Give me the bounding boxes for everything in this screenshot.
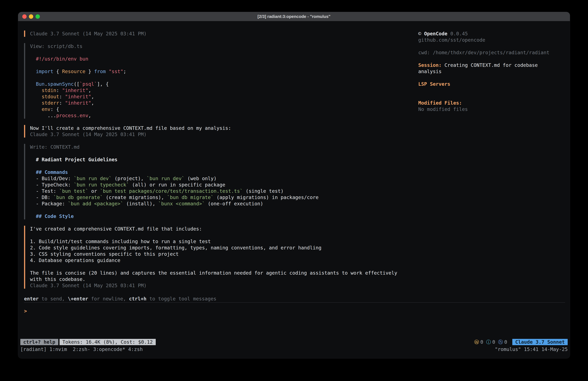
keybind-help: enter to send, \+enter for newline, ctrl… xyxy=(24,296,216,302)
text-line: I've created a comprehensive CONTEXT.md … xyxy=(30,226,410,232)
input-divider xyxy=(24,302,565,303)
prompt-symbol: > xyxy=(24,308,27,314)
diagnostic-hints: ⓗ 0 xyxy=(498,339,507,345)
lsp-diagnostics: Ⓦ 0 ⓘ 0 ⓗ 0 xyxy=(474,339,507,345)
text-line xyxy=(30,232,410,238)
text-line xyxy=(30,207,410,213)
text-line: LSP Servers xyxy=(418,81,555,87)
text-line: Claude 3.7 Sonnet (14 May 2025 03:41 PM) xyxy=(30,30,410,37)
minimize-button[interactable] xyxy=(29,14,33,19)
assistant-message: I've created a comprehensive CONTEXT.md … xyxy=(24,226,410,289)
text-line: cwd: /home/thdxr/dev/projects/radiant/ra… xyxy=(418,49,555,56)
diagnostic-warnings: Ⓦ 0 xyxy=(474,339,483,345)
text-line xyxy=(30,49,410,56)
text-line xyxy=(30,264,410,270)
text-line: ## Code Style xyxy=(30,213,410,219)
text-line: Session: Creating CONTEXT.md for codebas… xyxy=(418,62,555,75)
info-count: 0 xyxy=(492,339,495,345)
tmux-session-clock: "romulus" 15:41 14-May-25 xyxy=(495,346,568,352)
text-line: ## Commands xyxy=(30,169,410,175)
hint-count: 0 xyxy=(504,339,507,345)
assistant-message: Now I'll create a comprehensive CONTEXT.… xyxy=(24,125,410,137)
message-input[interactable]: > xyxy=(24,308,565,332)
chat-log[interactable]: Claude 3.7 Sonnet (14 May 2025 03:41 PM)… xyxy=(24,30,410,295)
text-line xyxy=(418,93,555,100)
close-button[interactable] xyxy=(22,14,27,19)
text-line: - Test: `bun test` or `bun test packages… xyxy=(30,188,410,194)
tokens-cost-chip: Tokens: 16.4K (8%), Cost: $0.12 xyxy=(60,339,156,345)
info-icon: ⓘ xyxy=(486,339,491,345)
text-line: - DB: `bun db generate` (create migratio… xyxy=(30,194,410,201)
text-line: 4. Database operations guidance xyxy=(30,257,410,264)
tmux-window-list[interactable]: [radiant] 1:nvim 2:zsh- 3:opencode* 4:zs… xyxy=(20,346,143,352)
text-line: #!/usr/bin/env bun xyxy=(30,56,410,62)
status-bar: ctrl+? help Tokens: 16.4K (8%), Cost: $0… xyxy=(20,339,568,345)
assistant-message: Claude 3.7 Sonnet (14 May 2025 03:41 PM) xyxy=(24,30,410,37)
text-line: - Package: `bun add <package>` (install)… xyxy=(30,201,410,207)
text-line: stdout: "inherit", xyxy=(30,93,410,100)
session-sidebar: © OpenCode 0.0.45github.com/sst/opencode… xyxy=(418,30,555,112)
text-line: with this codebase. xyxy=(30,276,410,282)
text-line xyxy=(418,43,555,49)
text-line xyxy=(418,56,555,62)
text-line: Modified Files: xyxy=(418,100,555,106)
tool-message: Write: CONTEXT.md # Radiant Project Guid… xyxy=(24,144,410,219)
text-line: stdin: "inherit", xyxy=(30,87,410,93)
text-line xyxy=(30,163,410,169)
text-line xyxy=(30,62,410,68)
zoom-button[interactable] xyxy=(36,14,40,19)
traffic-lights xyxy=(22,12,40,21)
text-line: No modified files xyxy=(418,106,555,112)
text-line: Now I'll create a comprehensive CONTEXT.… xyxy=(30,125,410,131)
text-line: ...process.env, xyxy=(30,112,410,119)
text-line: Bun.spawnSync([`psql`], { xyxy=(30,81,410,87)
text-line xyxy=(30,75,410,81)
text-line xyxy=(418,87,555,93)
text-line xyxy=(418,75,555,81)
tmux-statusline: [radiant] 1:nvim 2:zsh- 3:opencode* 4:zs… xyxy=(20,346,568,352)
text-line: github.com/sst/opencode xyxy=(418,37,555,43)
text-line: Write: CONTEXT.md xyxy=(30,144,410,150)
model-chip: Claude 3.7 Sonnet xyxy=(512,339,568,345)
window-title: [2/3] radiant:3:opencode - "romulus" xyxy=(257,14,331,19)
warning-icon: Ⓦ xyxy=(474,339,479,345)
opencode-tui: Claude 3.7 Sonnet (14 May 2025 03:41 PM)… xyxy=(18,21,570,359)
text-line: stderr: "inherit", xyxy=(30,100,410,106)
hint-icon: ⓗ xyxy=(498,339,503,345)
diagnostic-info: ⓘ 0 xyxy=(486,339,495,345)
text-line: 1. Build/lint/test commands including ho… xyxy=(30,238,410,245)
text-line: - TypeCheck: `bun run typecheck` (all) o… xyxy=(30,182,410,188)
text-line: # Radiant Project Guidelines xyxy=(30,157,410,163)
text-line: © OpenCode 0.0.45 xyxy=(418,30,555,37)
tool-message: View: script/db.ts #!/usr/bin/env bun im… xyxy=(24,43,410,119)
help-hint-chip: ctrl+? help xyxy=(20,339,58,345)
text-line xyxy=(30,150,410,157)
text-line: import { Resource } from "sst"; xyxy=(30,68,410,75)
text-line: env: { xyxy=(30,106,410,112)
text-line: Claude 3.7 Sonnet (14 May 2025 03:41 PM) xyxy=(30,131,410,137)
status-right: Ⓦ 0 ⓘ 0 ⓗ 0 Claude 3.7 Sonnet xyxy=(474,339,568,345)
text-line: The file is concise (20 lines) and captu… xyxy=(30,270,410,276)
text-line: Claude 3.7 Sonnet (14 May 2025 03:41 PM) xyxy=(30,282,410,289)
text-line: View: script/db.ts xyxy=(30,43,410,49)
text-line: - Build/Dev: `bun run dev` (project), `b… xyxy=(30,175,410,182)
warning-count: 0 xyxy=(480,339,483,345)
terminal-window: [2/3] radiant:3:opencode - "romulus" Cla… xyxy=(18,12,570,359)
window-titlebar: [2/3] radiant:3:opencode - "romulus" xyxy=(18,12,570,21)
text-line: 3. CSS styling conventions specific to t… xyxy=(30,251,410,257)
text-line: 2. Code style guidelines covering import… xyxy=(30,245,410,251)
